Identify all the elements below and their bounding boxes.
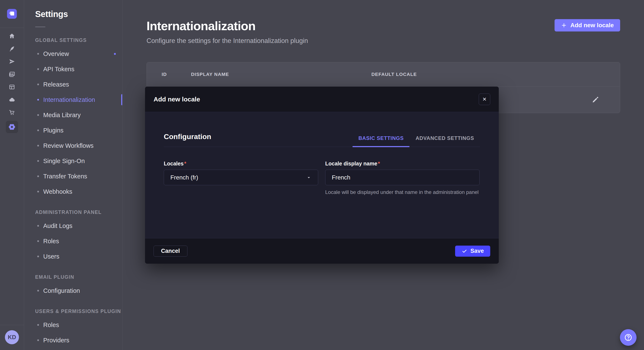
sidebar-title-rule (35, 26, 45, 27)
column-default-locale: DEFAULT LOCALE (372, 72, 573, 77)
add-new-locale-button[interactable]: Add new locale (554, 19, 620, 31)
sidebar-item-transfer-tokens[interactable]: Transfer Tokens (35, 169, 122, 184)
add-new-locale-modal: Add new locale ✕ Configuration BASIC SET… (145, 87, 499, 264)
table-header-row: ID DISPLAY NAME DEFAULT LOCALE (147, 62, 620, 87)
bullet-icon (37, 99, 39, 101)
locales-label: Locales* (164, 161, 318, 167)
content-manager-feather-icon[interactable] (6, 44, 18, 53)
deploy-send-icon[interactable] (6, 57, 18, 66)
save-button[interactable]: Save (455, 246, 490, 257)
sidebar-item-single-sign-on[interactable]: Single Sign-On (35, 153, 122, 169)
modal-body: Configuration BASIC SETTINGS ADVANCED SE… (145, 112, 499, 238)
sidebar-item-email-configuration[interactable]: Configuration (35, 283, 122, 298)
sidebar-item-internationalization[interactable]: Internationalization (35, 92, 122, 107)
locales-field: Locales* French (fr) (164, 161, 318, 196)
cancel-button[interactable]: Cancel (154, 246, 188, 257)
bullet-icon (37, 84, 39, 85)
sidebar-item-admin-roles[interactable]: Roles (35, 233, 122, 249)
marketplace-cart-icon[interactable] (6, 108, 18, 117)
sidebar-item-audit-logs[interactable]: Audit Logs (35, 218, 122, 233)
bullet-icon (37, 175, 39, 177)
bullet-icon (37, 145, 39, 147)
content-type-builder-icon[interactable] (6, 82, 18, 91)
sidebar-item-media-library[interactable]: Media Library (35, 107, 122, 123)
display-name-hint: Locale will be displayed under that name… (325, 189, 480, 196)
sidebar-item-overview[interactable]: Overview (35, 46, 122, 61)
sidebar-item-releases[interactable]: Releases (35, 77, 122, 92)
home-icon[interactable] (6, 31, 18, 40)
sidebar-item-review-workflows[interactable]: Review Workflows (35, 138, 122, 153)
form-fields: Locales* French (fr) Locale display name… (164, 161, 480, 196)
display-name-input[interactable] (325, 170, 480, 185)
settings-gear-icon[interactable] (6, 121, 18, 133)
question-circle-icon (624, 333, 633, 342)
section-label-global-settings: GLOBAL SETTINGS (35, 37, 122, 43)
page-header: Internationalization Configure the setti… (146, 19, 620, 45)
rail-bottom: KD (0, 325, 24, 350)
section-label-email-plugin: EMAIL PLUGIN (35, 274, 122, 280)
sidebar-item-webhooks[interactable]: Webhooks (35, 184, 122, 199)
display-name-label: Locale display name* (325, 161, 480, 167)
bullet-icon (37, 256, 39, 257)
sidebar-item-admin-users[interactable]: Users (35, 249, 122, 264)
edit-pencil-icon[interactable] (592, 96, 599, 104)
sidebar-item-up-providers[interactable]: Providers (35, 333, 122, 348)
bullet-icon (37, 225, 39, 227)
active-indicator (121, 94, 122, 105)
chevron-down-icon (306, 175, 312, 180)
section-label-users-permissions-plugin: USERS & PERMISSIONS PLUGIN (35, 309, 122, 314)
modal-title: Add new locale (154, 96, 200, 103)
page-subtitle: Configure the settings for the Internati… (146, 37, 308, 45)
close-icon[interactable]: ✕ (479, 94, 490, 105)
rail-nav (6, 29, 18, 135)
modal-footer: Cancel Save (145, 238, 499, 264)
notification-dot (114, 53, 116, 55)
icon-rail: KD (0, 0, 24, 350)
strapi-logo-icon[interactable] (7, 9, 17, 19)
sidebar-item-up-roles[interactable]: Roles (35, 317, 122, 333)
bullet-icon (37, 339, 39, 341)
sidebar-title: Settings (35, 9, 122, 19)
bullet-icon (37, 191, 39, 192)
page-title: Internationalization (146, 19, 308, 33)
required-asterisk: * (378, 161, 380, 167)
locales-select[interactable]: French (fr) (164, 170, 318, 185)
bullet-icon (37, 53, 39, 55)
tab-basic-settings[interactable]: BASIC SETTINGS (352, 135, 410, 147)
column-id: ID (162, 72, 191, 77)
sidebar-item-api-tokens[interactable]: API Tokens (35, 61, 122, 77)
help-button[interactable] (620, 329, 636, 346)
column-display-name: DISPLAY NAME (191, 72, 372, 77)
cloud-icon[interactable] (6, 95, 18, 104)
bullet-icon (37, 324, 39, 326)
section-label-administration-panel: ADMINISTRATION PANEL (35, 209, 122, 215)
user-avatar[interactable]: KD (5, 330, 19, 344)
media-library-icon[interactable] (6, 70, 18, 79)
required-asterisk: * (184, 161, 186, 167)
configuration-header-row: Configuration BASIC SETTINGS ADVANCED SE… (164, 112, 480, 147)
bullet-icon (37, 240, 39, 242)
bullet-icon (37, 68, 39, 70)
bullet-icon (37, 160, 39, 162)
check-icon (462, 248, 468, 254)
sidebar-item-plugins[interactable]: Plugins (35, 123, 122, 138)
bullet-icon (37, 290, 39, 292)
plus-icon (561, 22, 567, 28)
page-header-text: Internationalization Configure the setti… (146, 19, 308, 45)
bullet-icon (37, 114, 39, 116)
settings-sidebar: Settings GLOBAL SETTINGS Overview API To… (24, 0, 122, 350)
settings-tabs: BASIC SETTINGS ADVANCED SETTINGS (352, 135, 480, 147)
display-name-field: Locale display name* Locale will be disp… (325, 161, 480, 196)
bullet-icon (37, 130, 39, 131)
tab-advanced-settings[interactable]: ADVANCED SETTINGS (410, 135, 480, 147)
configuration-title: Configuration (164, 133, 211, 147)
logo-area (0, 0, 24, 28)
modal-header: Add new locale ✕ (145, 87, 499, 112)
